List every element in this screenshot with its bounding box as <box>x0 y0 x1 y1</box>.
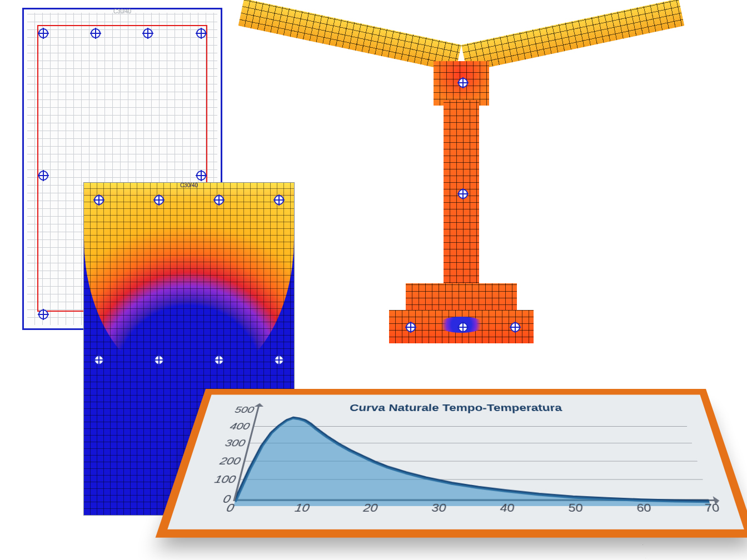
rebar-icon <box>94 355 104 365</box>
rebar-icon <box>154 195 164 205</box>
y-beam-thermal <box>233 6 689 383</box>
rebar-icon <box>458 322 468 332</box>
x-tick-label: 40 <box>500 502 515 514</box>
x-tick-label: 10 <box>294 502 311 514</box>
x-tick-label: 30 <box>431 502 446 514</box>
rebar-icon <box>196 28 206 38</box>
rebar-icon <box>458 189 468 199</box>
beam-wing-left <box>238 0 462 72</box>
rebar-icon <box>38 28 48 38</box>
rebar-icon <box>94 195 104 205</box>
rebar-icon <box>458 78 468 88</box>
curve-plot <box>233 410 710 506</box>
rebar-icon <box>510 322 520 332</box>
x-tick-label: 20 <box>362 502 378 514</box>
y-tick-label: 400 <box>228 421 251 432</box>
rebar-icon <box>196 171 206 181</box>
rebar-icon <box>91 28 101 38</box>
y-tick-label: 500 <box>233 405 255 415</box>
beam-wing-right <box>461 0 685 72</box>
y-tick-label: 100 <box>213 474 237 486</box>
rebar-icon <box>38 171 48 181</box>
rebar-icon <box>38 309 48 319</box>
rebar-icon <box>143 28 153 38</box>
rebar-icon <box>154 355 164 365</box>
y-tick-label: 200 <box>218 456 242 467</box>
y-tick-label: 300 <box>223 438 246 449</box>
rebar-icon <box>214 355 224 365</box>
rebar-icon <box>214 195 224 205</box>
time-temperature-chart: Curva Naturale Tempo-Temperatura 0100200… <box>156 389 747 538</box>
beam-flange-top <box>406 283 517 311</box>
x-tick-label: 50 <box>567 502 584 514</box>
rebar-icon <box>406 322 416 332</box>
x-tick-label: 60 <box>635 502 653 514</box>
